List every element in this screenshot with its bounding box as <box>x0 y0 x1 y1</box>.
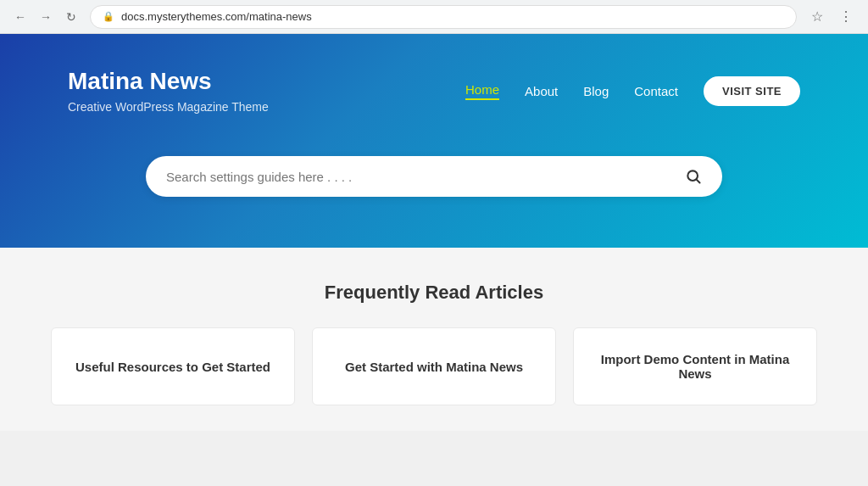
back-button[interactable]: ← <box>10 7 31 27</box>
brand-title: Matina News <box>68 68 269 95</box>
hero-section: Matina News Creative WordPress Magazine … <box>0 34 868 248</box>
article-card-2[interactable]: Get Started with Matina News <box>312 327 556 405</box>
nav-blog[interactable]: Blog <box>583 84 609 98</box>
hero-top: Matina News Creative WordPress Magazine … <box>68 68 800 114</box>
nav-contact[interactable]: Contact <box>634 84 678 98</box>
search-bar <box>146 156 722 197</box>
page-content: Matina News Creative WordPress Magazine … <box>0 34 868 431</box>
search-icon <box>685 168 702 185</box>
svg-line-1 <box>697 180 700 183</box>
nav-home[interactable]: Home <box>465 82 499 100</box>
menu-button[interactable]: ⋮ <box>834 5 858 29</box>
brand-subtitle: Creative WordPress Magazine Theme <box>68 100 269 114</box>
article-card-2-title: Get Started with Matina News <box>345 360 523 374</box>
articles-section-title: Frequently Read Articles <box>51 282 817 304</box>
article-card-3[interactable]: Import Demo Content in Matina News <box>573 327 817 405</box>
star-button[interactable]: ☆ <box>805 5 829 29</box>
hero-brand: Matina News Creative WordPress Magazine … <box>68 68 269 114</box>
articles-grid: Useful Resources to Get Started Get Star… <box>51 327 817 405</box>
article-card-3-title: Import Demo Content in Matina News <box>594 352 796 381</box>
nav-about[interactable]: About <box>525 84 558 98</box>
visit-site-button[interactable]: VISIT SITE <box>704 76 800 106</box>
lock-icon: 🔒 <box>103 11 114 22</box>
articles-section: Frequently Read Articles Useful Resource… <box>0 248 868 431</box>
forward-button[interactable]: → <box>36 7 56 27</box>
address-bar[interactable]: 🔒 docs.mysterythemes.com/matina-news <box>90 5 797 29</box>
refresh-button[interactable]: ↻ <box>61 7 81 27</box>
address-text: docs.mysterythemes.com/matina-news <box>121 10 312 23</box>
search-input[interactable] <box>166 170 685 184</box>
article-card-1[interactable]: Useful Resources to Get Started <box>51 327 295 405</box>
browser-chrome: ← → ↻ 🔒 docs.mysterythemes.com/matina-ne… <box>0 0 868 34</box>
browser-nav-buttons: ← → ↻ <box>10 7 81 27</box>
article-card-1-title: Useful Resources to Get Started <box>75 360 270 374</box>
hero-nav: Home About Blog Contact VISIT SITE <box>465 76 800 106</box>
search-container <box>68 156 800 197</box>
browser-actions: ☆ ⋮ <box>805 5 858 29</box>
search-button[interactable] <box>685 168 702 185</box>
